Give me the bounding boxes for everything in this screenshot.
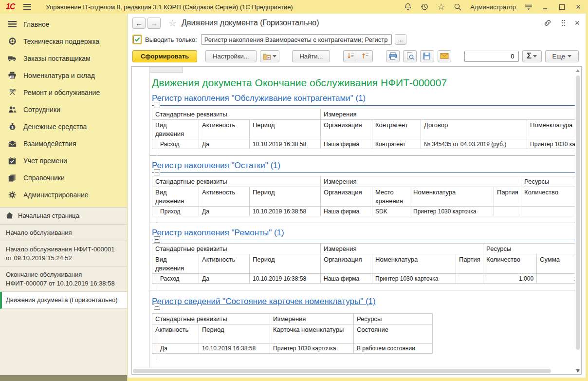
sidebar-item[interactable]: Учет времени (0, 152, 127, 169)
sidebar-item[interactable]: Администрирование (0, 186, 127, 203)
print-icon[interactable] (386, 50, 400, 62)
sidebar-item[interactable]: Ремонт и обслуживание (0, 84, 127, 101)
main-panel: ← → ☆ Движения документа (Горизонтально)… (128, 14, 586, 378)
sidebar-item[interactable]: Справочники (0, 169, 127, 186)
current-user-label[interactable]: Администратор (470, 3, 516, 11)
sidebar-item[interactable]: Заказы поставщикам (0, 50, 127, 67)
envelope-icon (8, 139, 17, 148)
column-header-cell: Контрагент (372, 120, 421, 139)
back-button[interactable]: ← (132, 18, 146, 29)
choose-registers-button[interactable]: ... (395, 34, 406, 45)
collapse-group-button[interactable] (154, 304, 160, 310)
open-window-item[interactable]: Начало обслуживания НФИТ-000001 от 09.10… (0, 241, 127, 267)
count-field[interactable] (464, 51, 519, 62)
print-preview-icon[interactable] (403, 50, 417, 62)
history-icon[interactable] (420, 2, 429, 12)
table-cell: Принтер 1030 карточка (527, 139, 575, 149)
notifications-bell-icon[interactable] (403, 2, 413, 12)
filter-row: Выводить только: ... (128, 32, 586, 47)
table-row[interactable]: РасходДа10.10.2019 16:38:58Наша фирмаКон… (152, 139, 575, 149)
minimize-icon[interactable] (540, 2, 550, 12)
vertical-scrollbar[interactable] (575, 68, 581, 366)
show-only-checkbox[interactable] (133, 36, 141, 43)
table-cell: 10 000 (537, 274, 575, 284)
column-header-cell: Партия (494, 187, 521, 207)
scroll-up-arrow-icon[interactable] (576, 69, 580, 72)
settings-button[interactable]: Настройки... (205, 50, 257, 62)
sidebar-item[interactable]: $ Денежные средства (0, 118, 127, 135)
column-header-cell: Вид движения (152, 187, 199, 207)
close-form-icon[interactable]: × (574, 19, 580, 27)
vertical-scroll-thumb[interactable] (576, 76, 580, 350)
column-header-cell: Карточка номенклатуры (270, 324, 354, 343)
table-row[interactable]: РасходДа10.10.2019 16:38:58Наша фирмаПри… (152, 274, 575, 284)
more-menu-kebab-icon[interactable] (561, 19, 566, 26)
report-title: Движения документа Окончание обслуживани… (152, 77, 575, 89)
sidebar-item[interactable]: Взаимодействия (0, 135, 127, 152)
open-window-item[interactable]: Окончание обслуживания НФИТ-000007 от 10… (0, 267, 127, 292)
collapse-group-button[interactable] (154, 236, 160, 243)
expand-groups-icon[interactable] (343, 50, 358, 62)
sum-button[interactable]: Σ (522, 50, 542, 62)
sidebar-item[interactable]: Сотрудники (0, 101, 127, 118)
report-variants-button[interactable] (260, 50, 279, 62)
title-bar: 1С Управление IT-отделом 8, редакция 3.1… (0, 0, 588, 14)
table-cell (521, 207, 575, 216)
collapse-group-button[interactable] (154, 169, 160, 175)
maximize-icon[interactable] (557, 2, 567, 12)
register-heading-link[interactable]: Регистр накопления "Ремонты" (1) (152, 228, 575, 240)
dropdown-caret-icon (568, 55, 571, 57)
column-header-cell: Количество (483, 254, 537, 274)
register-heading-link[interactable]: Регистр накопления "Обслуживание контраг… (152, 94, 575, 106)
group-header-cell: Измерения (321, 109, 575, 120)
table-row[interactable]: ПриходДа10.10.2019 16:38:58Наша фирмаSDK… (152, 207, 575, 216)
column-header-cell: Организация (321, 254, 372, 274)
sidebar-item[interactable]: Главное (0, 16, 127, 33)
home-icon (6, 212, 14, 219)
open-window-item[interactable]: Начало обслуживания (0, 225, 127, 242)
spreadsheet-corner-cell (150, 67, 183, 73)
group-header-cell: Ресурсы (483, 244, 575, 254)
column-header-cell: Активность (199, 120, 250, 139)
horizontal-scrollbar[interactable] (133, 368, 573, 374)
sidebar: Главное Техническая поддержка Заказы пос… (0, 14, 128, 381)
get-link-icon[interactable] (543, 19, 552, 27)
send-mail-icon[interactable] (438, 50, 451, 62)
column-header-cell: Вид движения (152, 120, 199, 139)
column-header-cell: Партия (456, 254, 483, 274)
table-cell: Расход (152, 274, 199, 284)
column-header-cell: Активность (199, 254, 250, 274)
register-heading-link[interactable]: Регистр накопления "Остатки" (1) (152, 161, 575, 173)
forward-button[interactable]: → (147, 18, 161, 29)
group-header-cell: Стандартные реквизиты (152, 176, 321, 187)
open-window-item[interactable]: Движения документа (Горизонтально) (0, 292, 127, 309)
group-header-cell: Стандартные реквизиты (152, 244, 321, 254)
scroll-right-arrow-icon[interactable] (577, 369, 580, 373)
add-favorite-star-icon[interactable]: ☆ (168, 18, 177, 29)
find-button[interactable]: Найти... (292, 50, 330, 62)
sidebar-item[interactable]: Техническая поддержка (0, 33, 127, 50)
favorites-star-icon[interactable]: ☆ (436, 2, 446, 12)
register-heading-link[interactable]: Регистр сведений "Состояние карточек ном… (152, 295, 432, 310)
search-icon[interactable] (453, 2, 462, 12)
close-window-icon[interactable]: × (573, 2, 583, 12)
open-windows-list: Начальная страница Начало обслуживания Н… (0, 207, 127, 375)
generate-button[interactable]: Сформировать (132, 50, 197, 62)
more-button[interactable]: Еще (545, 50, 579, 62)
register-table: Стандартные реквизитыИзмеренияРесурсы Ак… (152, 313, 433, 354)
table-cell: Приход (152, 207, 199, 216)
collapse-group-button[interactable] (154, 102, 160, 108)
registers-filter-input[interactable] (201, 34, 392, 45)
column-header-cell: Период (250, 187, 321, 207)
table-cell (494, 207, 521, 216)
collapse-groups-icon[interactable] (358, 50, 373, 62)
table-row[interactable]: Да10.10.2019 16:38:58Принтер 1030 карточ… (152, 343, 433, 353)
column-header-cell: Сумма (537, 254, 575, 274)
report-section: Регистр накопления "Остатки" (1) Стандар… (150, 161, 575, 223)
sidebar-item[interactable]: Номенклатура и склад (0, 67, 127, 84)
service-menu-icon[interactable] (524, 2, 533, 12)
main-menu-icon[interactable] (23, 4, 31, 10)
open-window-item[interactable]: Начальная страница (0, 208, 127, 225)
horizontal-scroll-thumb[interactable] (133, 369, 551, 373)
save-icon[interactable] (420, 50, 434, 62)
